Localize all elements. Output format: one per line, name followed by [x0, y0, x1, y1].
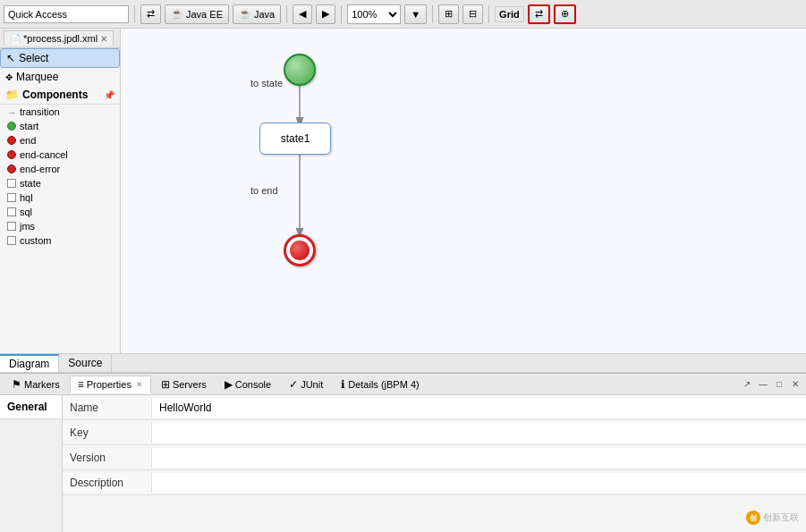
- components-label: Components: [22, 89, 88, 101]
- prop-value-key[interactable]: [152, 423, 806, 443]
- canvas-area[interactable]: to state state1 to end: [121, 29, 806, 353]
- comp-item-custom[interactable]: custom: [0, 233, 120, 248]
- prop-row-key: Key: [63, 420, 806, 445]
- prop-value-version[interactable]: [152, 448, 806, 468]
- comp-label-end: end: [20, 135, 36, 146]
- grid-label: Grid: [495, 6, 524, 22]
- start-node[interactable]: [284, 54, 316, 86]
- java-button[interactable]: ☕ Java: [233, 4, 281, 24]
- transition-icon: →: [7, 107, 16, 117]
- panel-new-window-btn[interactable]: ↗: [740, 377, 754, 392]
- java-ee-icon: ☕: [171, 8, 183, 20]
- pin-icon[interactable]: 📌: [104, 90, 115, 100]
- comp-item-start[interactable]: start: [0, 119, 120, 133]
- comp-item-end[interactable]: end: [0, 133, 120, 148]
- prop-value-description[interactable]: [152, 473, 806, 493]
- toolbar-separator-4: [432, 5, 433, 23]
- panel-close-btn[interactable]: ✕: [788, 377, 802, 392]
- bottom-panel: ⚑ Markers ≡ Properties ✕ ⊞ Servers ▶ Con…: [0, 373, 806, 532]
- prop-value-name[interactable]: [152, 398, 806, 418]
- prop-row-name: Name: [63, 395, 806, 420]
- general-sidebar-item[interactable]: General: [0, 395, 62, 419]
- layout-button[interactable]: ⊞: [438, 4, 459, 24]
- select-label: Select: [19, 52, 48, 64]
- forward-button[interactable]: ▶: [316, 4, 335, 24]
- java-icon: ☕: [239, 8, 251, 20]
- to-end-label: to end: [250, 185, 278, 196]
- comp-item-state[interactable]: state: [0, 176, 120, 190]
- marquee-tool[interactable]: ✥ Marquee: [0, 68, 120, 86]
- comp-label-hql: hql: [20, 192, 33, 203]
- markers-label: Markers: [24, 379, 60, 390]
- prop-row-version: Version: [63, 445, 806, 470]
- end-node-inner: [290, 241, 310, 260]
- servers-tab[interactable]: ⊞ Servers: [153, 376, 215, 393]
- comp-label-transition: transition: [20, 106, 60, 117]
- file-tab-icon: 📄: [10, 34, 21, 44]
- comp-item-sql[interactable]: sql: [0, 205, 120, 219]
- end-node[interactable]: [284, 234, 316, 266]
- component-list: → transition start end end-cancel end-er…: [0, 105, 120, 353]
- prop-input-key[interactable]: [159, 426, 799, 439]
- diagram-source-tabs: Diagram Source: [0, 353, 806, 373]
- properties-body: General Name Key Version: [0, 395, 806, 532]
- console-tab[interactable]: ▶ Console: [216, 376, 279, 393]
- markers-tab[interactable]: ⚑ Markers: [4, 376, 68, 393]
- state1-node[interactable]: state1: [259, 122, 331, 155]
- bottom-panel-tabs: ⚑ Markers ≡ Properties ✕ ⊞ Servers ▶ Con…: [0, 374, 806, 395]
- watermark: 创 创新互联: [746, 511, 799, 525]
- comp-label-jms: jms: [20, 221, 35, 232]
- sync-icon-button[interactable]: ⇄: [528, 4, 550, 24]
- comp-item-end-cancel[interactable]: end-cancel: [0, 148, 120, 162]
- diagram-tab-label: Diagram: [9, 358, 49, 370]
- general-label: General: [7, 401, 47, 413]
- folder-icon: 📁: [5, 89, 19, 101]
- back-button[interactable]: ◀: [293, 4, 312, 24]
- components-header[interactable]: 📁 Components 📌: [0, 86, 120, 105]
- properties-tab-close[interactable]: ✕: [136, 380, 143, 389]
- servers-label: Servers: [173, 379, 207, 390]
- zoom-select[interactable]: 100% 50% 75% 125% 150%: [347, 4, 401, 24]
- sql-icon: [7, 207, 16, 216]
- file-tab[interactable]: 📄 *process.jpdl.xml ✕: [4, 30, 114, 46]
- java-label: Java: [254, 9, 275, 20]
- comp-item-jms[interactable]: jms: [0, 219, 120, 233]
- share-icon-button[interactable]: ⊕: [554, 4, 576, 24]
- source-tab[interactable]: Source: [59, 354, 112, 372]
- prop-input-description[interactable]: [159, 477, 799, 489]
- source-tab-label: Source: [68, 357, 102, 369]
- sync-button[interactable]: ⇄: [140, 4, 161, 24]
- panel-maximize-btn[interactable]: □: [772, 377, 786, 392]
- layout-button-2[interactable]: ⊟: [462, 4, 483, 24]
- properties-icon: ≡: [78, 378, 84, 391]
- comp-item-end-error[interactable]: end-error: [0, 162, 120, 176]
- prop-label-name: Name: [63, 398, 152, 418]
- jms-icon: [7, 222, 16, 231]
- details-tab[interactable]: ℹ Details (jBPM 4): [333, 376, 427, 393]
- end-error-icon: [7, 165, 16, 173]
- end-icon: [7, 136, 16, 145]
- file-tab-close[interactable]: ✕: [100, 34, 107, 44]
- comp-label-sql: sql: [20, 207, 32, 217]
- markers-icon: ⚑: [12, 378, 21, 391]
- prop-input-name[interactable]: [159, 401, 799, 414]
- comp-item-transition[interactable]: → transition: [0, 105, 120, 119]
- prop-label-version: Version: [63, 448, 152, 468]
- zoom-dropdown-button[interactable]: ▼: [404, 4, 427, 24]
- junit-tab[interactable]: ✓ JUnit: [281, 376, 331, 393]
- canvas-svg: [121, 29, 806, 353]
- prop-input-version[interactable]: [159, 452, 799, 464]
- start-icon: [7, 122, 16, 131]
- watermark-logo: 创: [746, 511, 760, 525]
- prop-label-key: Key: [63, 423, 152, 443]
- junit-label: JUnit: [301, 379, 323, 390]
- select-tool[interactable]: ↖ Select: [0, 48, 120, 68]
- java-ee-button[interactable]: ☕ Java EE: [165, 4, 229, 24]
- prop-row-description: Description: [63, 470, 806, 495]
- quick-access-input[interactable]: Quick Access: [4, 5, 129, 23]
- panel-minimize-btn[interactable]: —: [756, 377, 770, 392]
- java-ee-label: Java EE: [186, 9, 223, 20]
- comp-item-hql[interactable]: hql: [0, 190, 120, 205]
- diagram-tab[interactable]: Diagram: [0, 354, 59, 372]
- properties-tab[interactable]: ≡ Properties ✕: [70, 376, 151, 393]
